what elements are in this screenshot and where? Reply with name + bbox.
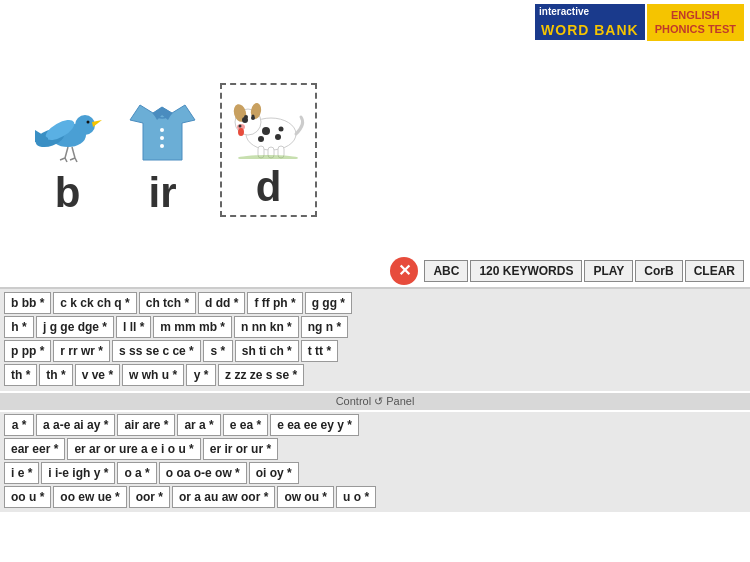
- consonant-row-2: h * j g ge dge * l ll * m mm mb * n nn k…: [4, 316, 746, 338]
- consonant-row-3: p pp * r rr wr * s ss se c ce * s * sh t…: [4, 340, 746, 362]
- kb-er-ar-or-ure[interactable]: er ar or ure a e i o u *: [67, 438, 200, 460]
- logo-phonics-text: ENGLISH PHONICS TEST: [647, 4, 744, 41]
- kb-d-dd[interactable]: d dd *: [198, 292, 245, 314]
- kb-j-g-ge[interactable]: j g ge dge *: [36, 316, 114, 338]
- shirt-icon: [125, 95, 200, 165]
- kb-f-ff-ph[interactable]: f ff ph *: [247, 292, 302, 314]
- svg-point-29: [239, 124, 242, 127]
- toolbar-clear-button[interactable]: CLEAR: [685, 260, 744, 282]
- kb-sh-ti-ch[interactable]: sh ti ch *: [235, 340, 299, 362]
- kb-ar-a[interactable]: ar a *: [177, 414, 220, 436]
- vowel-row-4: oo u * oo ew ue * oor * or a au aw oor *…: [4, 486, 746, 508]
- kb-e-ea[interactable]: e ea *: [223, 414, 268, 436]
- toolbar-corb-button[interactable]: CorB: [635, 260, 682, 282]
- kb-or-a-au-aw-oor[interactable]: or a au aw oor *: [172, 486, 275, 508]
- svg-point-31: [244, 115, 248, 119]
- kb-e-ea-ee-ey-y[interactable]: e ea ee ey y *: [270, 414, 359, 436]
- kb-l-ll[interactable]: l ll *: [116, 316, 151, 338]
- kb-oor[interactable]: oor *: [129, 486, 170, 508]
- svg-point-17: [160, 144, 164, 148]
- logo: interactive WORD BANK ENGLISH PHONICS TE…: [535, 4, 744, 41]
- toolbar: ✕ ABC 120 KEYWORDS PLAY CorB CLEAR: [0, 255, 750, 287]
- kb-o-a[interactable]: o a *: [117, 462, 156, 484]
- letter-unit-b: b: [30, 100, 105, 217]
- kb-g-gg[interactable]: g gg *: [305, 292, 352, 314]
- kb-b-bb[interactable]: b bb *: [4, 292, 51, 314]
- letter-unit-ir: ir: [125, 95, 200, 217]
- letter-ir: ir: [148, 169, 176, 217]
- kb-m-mm-mb[interactable]: m mm mb *: [153, 316, 232, 338]
- kb-ch-tch[interactable]: ch tch *: [139, 292, 196, 314]
- control-panel-label: Control ↺ Panel: [0, 393, 750, 410]
- svg-point-30: [238, 128, 244, 136]
- kb-v-ve[interactable]: v ve *: [75, 364, 120, 386]
- kb-c-k-ck[interactable]: c k ck ch q *: [53, 292, 136, 314]
- vowel-row-1: a * a a-e ai ay * air are * ar a * e ea …: [4, 414, 746, 436]
- toolbar-abc-button[interactable]: ABC: [424, 260, 468, 282]
- consonant-row-4: th * th * v ve * w wh u * y * z zz ze s …: [4, 364, 746, 386]
- kb-oi-oy[interactable]: oi oy *: [249, 462, 299, 484]
- logo-wordbank-text: WORD BANK: [535, 20, 645, 40]
- kb-n-nn-kn[interactable]: n nn kn *: [234, 316, 299, 338]
- svg-point-20: [275, 134, 281, 140]
- kb-th1[interactable]: th *: [4, 364, 37, 386]
- kb-u-o[interactable]: u o *: [336, 486, 376, 508]
- word-display-area: b ir: [0, 45, 750, 255]
- kb-ow-ou[interactable]: ow ou *: [277, 486, 334, 508]
- dog-icon: [226, 89, 311, 159]
- svg-line-7: [65, 147, 68, 158]
- kb-p-pp[interactable]: p pp *: [4, 340, 51, 362]
- svg-line-9: [60, 158, 65, 160]
- kb-i-ie-igh-y[interactable]: i i-e igh y *: [41, 462, 115, 484]
- kb-y[interactable]: y *: [186, 364, 216, 386]
- toolbar-keywords-button[interactable]: 120 KEYWORDS: [470, 260, 582, 282]
- svg-line-12: [75, 158, 77, 162]
- kb-t-tt[interactable]: t tt *: [301, 340, 338, 362]
- close-button[interactable]: ✕: [390, 257, 418, 285]
- svg-point-1: [75, 115, 95, 135]
- consonant-keyboard: b bb * c k ck ch q * ch tch * d dd * f f…: [0, 289, 750, 391]
- kb-h[interactable]: h *: [4, 316, 34, 338]
- kb-oo-ew-ue[interactable]: oo ew ue *: [53, 486, 126, 508]
- svg-point-21: [258, 136, 264, 142]
- kb-w-wh-u[interactable]: w wh u *: [122, 364, 184, 386]
- letter-d: d: [256, 163, 282, 211]
- svg-point-19: [262, 127, 270, 135]
- toolbar-play-button[interactable]: PLAY: [584, 260, 633, 282]
- letter-b: b: [55, 169, 81, 217]
- kb-air-are[interactable]: air are *: [117, 414, 175, 436]
- svg-point-16: [160, 136, 164, 140]
- kb-r-rr-wr[interactable]: r rr wr *: [53, 340, 110, 362]
- kb-a-ae-ai-ay[interactable]: a a-e ai ay *: [36, 414, 115, 436]
- vowel-row-3: i e * i i-e igh y * o a * o oa o-e ow * …: [4, 462, 746, 484]
- svg-point-4: [87, 120, 90, 123]
- kb-er-ir-or-ur[interactable]: er ir or ur *: [203, 438, 278, 460]
- kb-ng-n[interactable]: ng n *: [301, 316, 348, 338]
- kb-ear-eer[interactable]: ear eer *: [4, 438, 65, 460]
- kb-a[interactable]: a *: [4, 414, 34, 436]
- svg-point-32: [252, 114, 255, 117]
- svg-point-15: [160, 128, 164, 132]
- kb-i-e[interactable]: i e *: [4, 462, 39, 484]
- svg-point-22: [279, 126, 284, 131]
- kb-th2[interactable]: th *: [39, 364, 72, 386]
- bird-icon: [30, 100, 105, 165]
- header: interactive WORD BANK ENGLISH PHONICS TE…: [0, 0, 750, 45]
- kb-s[interactable]: s *: [203, 340, 233, 362]
- svg-line-8: [72, 147, 75, 158]
- kb-z-zz-ze[interactable]: z zz ze s se *: [218, 364, 304, 386]
- vowel-keyboard: a * a a-e ai ay * air are * ar a * e ea …: [0, 412, 750, 512]
- word-display: b ir: [30, 83, 317, 217]
- svg-line-11: [70, 158, 75, 160]
- letter-unit-d: d: [220, 83, 317, 217]
- vowel-row-2: ear eer * er ar or ure a e i o u * er ir…: [4, 438, 746, 460]
- kb-s-ss-se[interactable]: s ss se c ce *: [112, 340, 201, 362]
- svg-point-36: [238, 155, 298, 159]
- logo-interactive-text: interactive: [535, 4, 645, 20]
- kb-o-oa-oe-ow[interactable]: o oa o-e ow *: [159, 462, 247, 484]
- consonant-row-1: b bb * c k ck ch q * ch tch * d dd * f f…: [4, 292, 746, 314]
- svg-line-10: [65, 158, 67, 162]
- kb-oo-u[interactable]: oo u *: [4, 486, 51, 508]
